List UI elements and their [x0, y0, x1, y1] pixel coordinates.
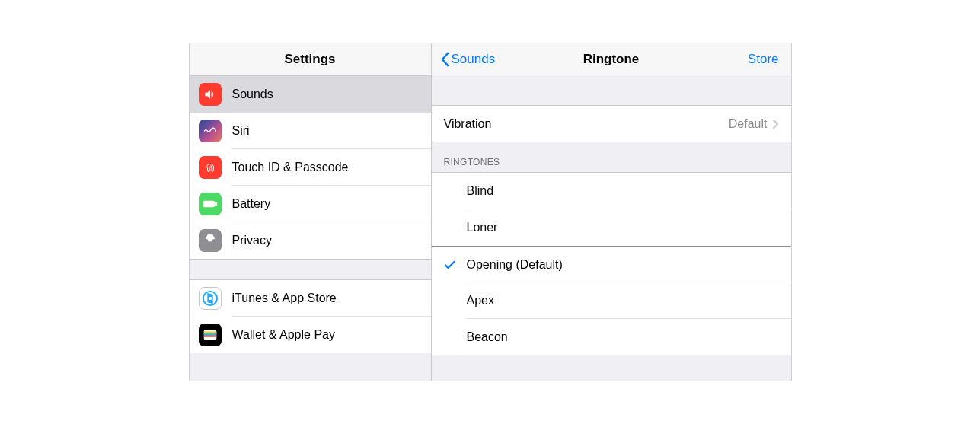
sidebar-item-label: Battery [232, 197, 271, 211]
privacy-icon [199, 229, 222, 252]
detail-title: Ringtone [583, 52, 640, 67]
section-gap [432, 75, 791, 106]
back-label: Sounds [452, 52, 496, 67]
sidebar-item-label: Touch ID & Passcode [232, 161, 349, 174]
ringtones-section-header: RINGTONES [432, 142, 791, 173]
ringtone-row[interactable]: Beacon [432, 319, 791, 355]
ringtone-label: Opening (Default) [467, 258, 563, 272]
itunes-icon [199, 287, 222, 310]
svg-rect-8 [203, 336, 216, 337]
sidebar-item-label: Sounds [232, 88, 273, 101]
sidebar-item-label: Siri [232, 124, 250, 138]
ringtone-label: Beacon [467, 330, 508, 344]
ringtone-label: Apex [467, 294, 494, 308]
siri-icon [199, 120, 222, 142]
sidebar-item-label: Privacy [232, 234, 272, 247]
sidebar-item-siri[interactable]: Siri [190, 113, 431, 149]
back-button[interactable]: Sounds [439, 52, 496, 67]
svg-rect-1 [215, 202, 217, 206]
settings-sidebar: Settings Sounds Siri Touch [190, 43, 432, 381]
sidebar-item-sounds[interactable]: Sounds [190, 76, 431, 113]
ringtone-row[interactable]: Apex [432, 282, 791, 319]
ringtone-row[interactable]: Blind [432, 173, 791, 209]
sidebar-group-separator [190, 259, 431, 280]
detail-navbar: Sounds Ringtone Store [432, 43, 791, 75]
checkmark-icon [444, 259, 467, 271]
sidebar-item-itunes[interactable]: iTunes & App Store [190, 280, 431, 317]
sidebar-item-wallet[interactable]: Wallet & Apple Pay [190, 317, 431, 353]
sidebar-item-battery[interactable]: Battery [190, 186, 431, 222]
ringtone-row[interactable]: Opening (Default) [432, 246, 791, 282]
battery-icon [199, 193, 222, 215]
svg-rect-0 [203, 201, 214, 207]
chevron-left-icon [439, 52, 450, 67]
sidebar-group-2: iTunes & App Store Wallet & Apple Pay [190, 280, 431, 353]
ringtone-label: Loner [467, 221, 498, 234]
sidebar-item-touchid[interactable]: Touch ID & Passcode [190, 149, 431, 186]
store-button[interactable]: Store [748, 52, 779, 67]
sidebar-group-1: Sounds Siri Touch ID & Passcode [190, 75, 431, 259]
vibration-row[interactable]: Vibration Default [432, 106, 791, 142]
touchid-icon [199, 156, 222, 179]
svg-rect-5 [203, 331, 216, 333]
sidebar-item-label: iTunes & App Store [232, 292, 337, 305]
settings-splitview: Settings Sounds Siri Touch [189, 43, 792, 381]
chevron-right-icon [772, 119, 779, 129]
vibration-value: Default [729, 117, 768, 131]
ringtone-row[interactable]: Loner [432, 209, 791, 246]
svg-rect-6 [203, 333, 216, 334]
sidebar-item-privacy[interactable]: Privacy [190, 222, 431, 259]
ringtone-detail-pane: Sounds Ringtone Store Vibration Default … [432, 43, 791, 381]
svg-rect-7 [203, 334, 216, 336]
ringtone-label: Blind [467, 184, 494, 198]
sidebar-item-label: Wallet & Apple Pay [232, 328, 335, 342]
vibration-label: Vibration [444, 117, 729, 131]
sounds-icon [199, 83, 222, 106]
sidebar-title: Settings [190, 43, 431, 75]
wallet-icon [199, 324, 222, 346]
svg-point-3 [208, 297, 212, 301]
